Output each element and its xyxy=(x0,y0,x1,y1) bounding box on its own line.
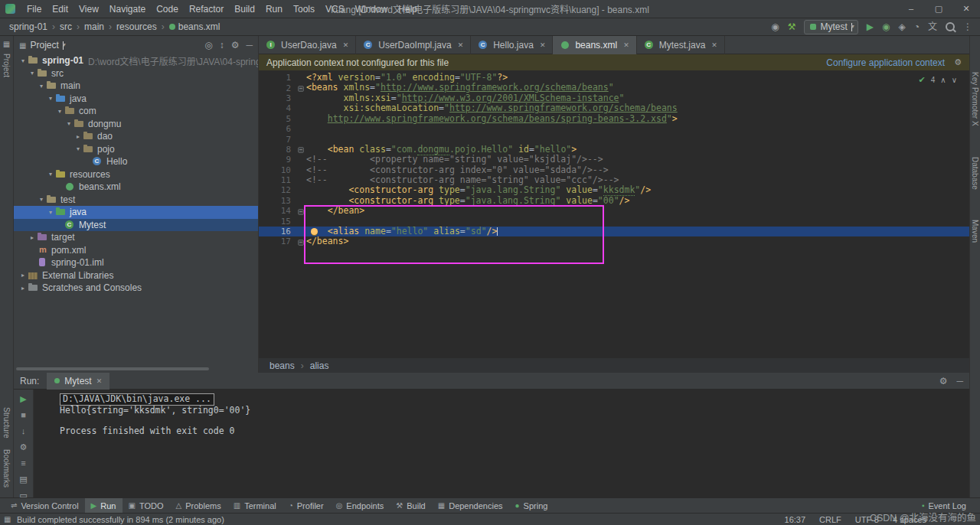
fold-icon[interactable]: − xyxy=(298,209,304,215)
code-line-3[interactable]: 3 xmlns:xsi="http://www.w3.org/2001/XMLS… xyxy=(259,93,969,103)
profiler-icon[interactable]: ◔ xyxy=(914,22,920,31)
toolwindow-build[interactable]: ⚒Build xyxy=(390,498,431,514)
tree-item-spring-01[interactable]: ▾spring-01D:\word文档\电子版练习册\JAVA\04-sprin… xyxy=(14,54,258,67)
tree-item-Hello[interactable]: Hello xyxy=(14,155,258,168)
tree-item-target[interactable]: ▸target xyxy=(14,231,258,244)
menu-tools[interactable]: Tools xyxy=(288,4,320,15)
code-line-4[interactable]: 4 xsi:schemaLocation="http://www.springf… xyxy=(259,103,969,113)
tree-toggle-icon[interactable]: ▾ xyxy=(74,145,83,152)
code-line-15[interactable]: 15 xyxy=(259,216,969,226)
tree-toggle-icon[interactable]: ▾ xyxy=(64,120,74,127)
tree-toggle-icon[interactable]: ▾ xyxy=(55,108,64,115)
menu-view[interactable]: View xyxy=(74,4,104,15)
close-tab-icon[interactable]: ✕ xyxy=(458,41,464,49)
hide-icon[interactable]: ─ xyxy=(956,377,963,386)
intention-bulb-icon[interactable] xyxy=(311,228,318,235)
stripe-database[interactable]: Database xyxy=(971,157,979,190)
toolwindow-run[interactable]: ▶Run xyxy=(85,498,122,514)
user-icon[interactable]: ◉ xyxy=(771,22,779,31)
tree-item-Mytest[interactable]: Mytest xyxy=(14,219,258,232)
banner-gear-icon[interactable]: ⚙ xyxy=(954,57,962,67)
close-button[interactable]: ✕ xyxy=(952,0,980,18)
tree-item-Scratches and Consoles[interactable]: ▸Scratches and Consoles xyxy=(14,282,258,295)
run-icon[interactable]: ▶ xyxy=(867,22,874,31)
toolwindow-terminal[interactable]: ▥Terminal xyxy=(227,498,283,514)
run-config-selector[interactable]: Mytest ▾ xyxy=(804,20,858,34)
settings-gear-icon[interactable]: ⚙ xyxy=(939,377,948,386)
toolwindow-profiler[interactable]: ◔Profiler xyxy=(283,498,330,514)
settings-gear-icon[interactable]: ⚙ xyxy=(231,41,240,50)
code-line-12[interactable]: 12 <constructor-arg type="java.lang.Stri… xyxy=(259,185,969,195)
menu-navigate[interactable]: Navigate xyxy=(104,4,151,15)
code-line-9[interactable]: 9<!-- <property name="string" value="ksj… xyxy=(259,155,969,165)
menu-code[interactable]: Code xyxy=(151,4,184,15)
close-icon[interactable]: ✕ xyxy=(96,377,103,385)
tool-window-switcher-icon[interactable]: ▦ xyxy=(4,515,11,523)
rerun-icon[interactable]: ▶ xyxy=(20,395,26,403)
tree-item-spring-01.iml[interactable]: spring-01.iml xyxy=(14,256,258,269)
toolwindow-dependencies[interactable]: ▦Dependencies xyxy=(432,498,509,514)
horizontal-scrollbar[interactable] xyxy=(16,367,209,370)
close-tab-icon[interactable]: ✕ xyxy=(540,41,546,49)
tab-Hello.java[interactable]: Hello.java✕ xyxy=(471,36,553,54)
breadcrumb-src[interactable]: src xyxy=(58,21,74,32)
tree-toggle-icon[interactable]: ▾ xyxy=(28,70,37,77)
build-hammer-icon[interactable]: ⚒ xyxy=(788,22,796,31)
toolwindow-version-control[interactable]: ⇌Version Control xyxy=(5,498,85,514)
tab-Mytest.java[interactable]: Mytest.java✕ xyxy=(637,36,725,54)
code-editor[interactable]: ✔ 4 ∧ ∨ 1<?xml version="1.0" encoding="U… xyxy=(259,71,969,357)
fold-icon[interactable]: − xyxy=(298,86,304,92)
code-line-17[interactable]: 17−</beans> xyxy=(259,236,969,246)
stop-icon[interactable]: ■ xyxy=(21,411,26,419)
tree-toggle-icon[interactable]: ▸ xyxy=(28,234,37,241)
code-line-5[interactable]: 5 http://www.springframework.org/schema/… xyxy=(259,114,969,124)
tree-item-pojo[interactable]: ▾pojo xyxy=(14,143,258,156)
tree-item-java[interactable]: ▾java xyxy=(14,206,258,219)
scroll-down-icon[interactable]: ↓ xyxy=(21,427,26,435)
print-icon[interactable]: ▤ xyxy=(19,475,27,484)
breadcrumb-resources[interactable]: resources xyxy=(115,21,158,32)
menu-run[interactable]: Run xyxy=(260,4,288,15)
tree-item-main[interactable]: ▾main xyxy=(14,80,258,93)
tree-item-com[interactable]: ▾com xyxy=(14,105,258,118)
code-line-7[interactable]: 7 xyxy=(259,134,969,144)
tree-toggle-icon[interactable]: ▸ xyxy=(18,272,28,279)
tree-toggle-icon[interactable]: ▾ xyxy=(37,196,46,203)
stripe-structure[interactable]: Structure xyxy=(2,407,11,439)
tree-toggle-icon[interactable]: ▾ xyxy=(46,95,55,102)
stripe-project[interactable]: Project xyxy=(2,54,11,77)
tree-item-java[interactable]: ▾java xyxy=(14,93,258,106)
status-crlf[interactable]: CRLF xyxy=(819,515,841,524)
maximize-button[interactable]: ▢ xyxy=(925,0,952,18)
xml-breadcrumb-beans[interactable]: beans xyxy=(270,360,295,371)
code-line-14[interactable]: 14− </bean> xyxy=(259,206,969,216)
tree-item-pom.xml[interactable]: pom.xml xyxy=(14,244,258,257)
close-tab-icon[interactable]: ✕ xyxy=(623,41,629,49)
locate-file-icon[interactable]: ◎ xyxy=(204,41,212,50)
code-line-2[interactable]: 2−<beans xmlns="http://www.springframewo… xyxy=(259,83,969,93)
code-line-16[interactable]: 16 <alias name="hello" alias="sd"/> xyxy=(259,227,969,236)
tree-item-dongmu[interactable]: ▾dongmu xyxy=(14,118,258,131)
tab-beans.xml[interactable]: beans.xml✕ xyxy=(553,36,636,54)
search-icon[interactable] xyxy=(946,22,955,31)
close-tab-icon[interactable]: ✕ xyxy=(711,41,717,49)
translate-icon[interactable]: 文 xyxy=(928,22,937,31)
stripe-key-promoter-x[interactable]: Key Promoter X xyxy=(971,72,979,126)
fold-icon[interactable]: − xyxy=(298,147,304,153)
breadcrumb-beans.xml[interactable]: beans.xml xyxy=(168,21,222,32)
run-console[interactable]: D:\JAVA\JDK\bin\java.exe ...Hello{string… xyxy=(34,390,969,497)
next-problem-icon[interactable]: ∨ xyxy=(952,76,957,84)
code-line-13[interactable]: 13 <constructor-arg type="java.lang.Stri… xyxy=(259,196,969,206)
menu-refactor[interactable]: Refactor xyxy=(184,4,229,15)
prev-problem-icon[interactable]: ∧ xyxy=(940,76,946,84)
tree-item-src[interactable]: ▾src xyxy=(14,67,258,80)
fold-icon[interactable]: − xyxy=(298,240,304,246)
tree-item-test[interactable]: ▾test xyxy=(14,194,258,207)
tree-item-resources[interactable]: ▾resources xyxy=(14,168,258,181)
stripe-maven[interactable]: Maven xyxy=(971,220,979,243)
breadcrumb-spring-01[interactable]: spring-01 xyxy=(8,21,49,32)
tree-item-External Libraries[interactable]: ▸External Libraries xyxy=(14,269,258,282)
tree-toggle-icon[interactable]: ▸ xyxy=(18,285,28,292)
tab-UserDaoImpl.java[interactable]: UserDaoImpl.java✕ xyxy=(356,36,471,54)
toolwindow-endpoints[interactable]: ◎Endpoints xyxy=(330,498,390,514)
